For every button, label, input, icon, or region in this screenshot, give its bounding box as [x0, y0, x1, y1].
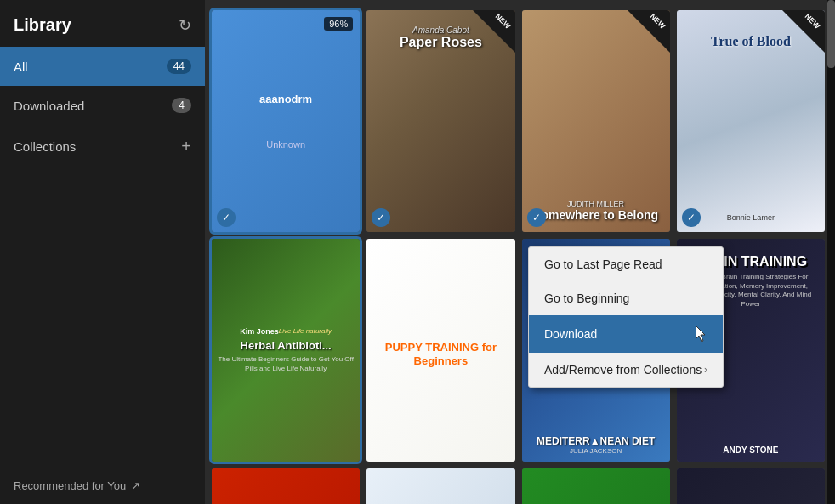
- book-6-title: PUPPY TRAINING for Beginners: [373, 341, 508, 367]
- sidebar-item-collections[interactable]: Collections +: [0, 125, 205, 168]
- book-card-1[interactable]: aaanodrm Unknown 96% ✓: [212, 10, 360, 232]
- book-7-title: MEDITERR▲NEAN DIET: [537, 435, 655, 447]
- book-grid: aaanodrm Unknown 96% ✓ Amanda Cabot Pape…: [208, 7, 828, 504]
- book-7-author: JULIA JACKSON: [570, 447, 622, 455]
- sidebar-header: Library ↻: [0, 0, 205, 47]
- book-1-check: ✓: [217, 208, 236, 227]
- context-menu-download-label: Download: [544, 327, 597, 341]
- context-menu-add-remove-arrow: ›: [704, 364, 707, 376]
- context-menu-add-remove[interactable]: Add/Remove from Collections ›: [529, 353, 723, 387]
- book-3-author: JUDITH MILLER: [567, 200, 624, 208]
- book-5-title: Herbal Antibioti...: [241, 339, 332, 353]
- sidebar-downloaded-label: Downloaded: [14, 99, 84, 113]
- book-1-title: aaanodrm: [259, 93, 312, 105]
- sidebar-title: Library: [14, 15, 71, 35]
- context-menu-last-page-label: Go to Last Page Read: [544, 258, 662, 271]
- recommended-link-icon: ↗: [131, 479, 140, 492]
- context-menu: Go to Last Page Read Go to Beginning Dow…: [528, 246, 724, 388]
- book-4-author: Bonnie Lamer: [727, 213, 775, 222]
- book-card-5[interactable]: Kim Jones Live Life naturally Herbal Ant…: [212, 239, 360, 461]
- sidebar-item-all-label: All: [14, 59, 28, 74]
- book-3-check: ✓: [527, 208, 546, 227]
- sidebar-footer[interactable]: Recommended for You ↗: [0, 467, 205, 504]
- cursor-icon: [696, 326, 707, 343]
- add-collection-icon[interactable]: +: [181, 137, 191, 156]
- book-1-subtitle: Unknown: [266, 139, 305, 150]
- book-8-author: ANDY STONE: [723, 445, 778, 455]
- book-4-title: True of Blood: [711, 34, 791, 49]
- book-card-6[interactable]: PUPPY TRAINING for Beginners: [366, 239, 514, 461]
- book-card-12[interactable]: PHOTOGRAPHY LIGHTING Know-How Tips on ho…: [677, 468, 825, 504]
- context-menu-download[interactable]: Download: [529, 315, 723, 353]
- sidebar-item-all-count: 44: [167, 59, 191, 74]
- refresh-icon[interactable]: ↻: [179, 16, 191, 35]
- book-1-progress: 96%: [324, 17, 353, 31]
- book-2-title: Paper Roses: [400, 35, 482, 50]
- book-card-11[interactable]: ★ SURVIVAL Pantry Essential Guide: [522, 468, 670, 504]
- book-card-4[interactable]: True of Blood Bonnie Lamer NEW ✓: [677, 10, 825, 232]
- scrollbar-track[interactable]: [827, 0, 835, 504]
- book-5-author: Kim Jones: [240, 327, 279, 336]
- context-menu-beginning-label: Go to Beginning: [544, 292, 629, 305]
- sidebar-item-all[interactable]: All 44: [0, 47, 205, 86]
- book-card-2[interactable]: Amanda Cabot Paper Roses NEW ✓: [366, 10, 514, 232]
- book-2-author: Amanda Cabot: [412, 25, 469, 35]
- scrollbar-thumb[interactable]: [827, 0, 835, 68]
- book-5-desc: The Ultimate Beginners Guide to Get You …: [217, 355, 355, 373]
- svg-marker-0: [696, 326, 705, 342]
- context-menu-add-remove-label: Add/Remove from Collections: [544, 363, 702, 377]
- book-3-title: Somewhere to Belong: [533, 208, 658, 222]
- context-menu-beginning[interactable]: Go to Beginning: [529, 281, 723, 315]
- sidebar: Library ↻ All 44 Downloaded 4 Collection…: [0, 0, 205, 504]
- context-menu-last-page[interactable]: Go to Last Page Read: [529, 247, 723, 281]
- book-card-10[interactable]: SOPHIE MILLER Designed to Make Your Life…: [366, 468, 514, 504]
- book-card-3[interactable]: JUDITH MILLER Somewhere to Belong NEW ✓: [522, 10, 670, 232]
- sidebar-item-downloaded[interactable]: Downloaded 4: [0, 86, 205, 125]
- main-content: aaanodrm Unknown 96% ✓ Amanda Cabot Pape…: [205, 0, 835, 504]
- book-4-check: ✓: [682, 208, 701, 227]
- recommended-label: Recommended for You: [14, 479, 126, 492]
- sidebar-downloaded-count: 4: [172, 98, 191, 113]
- book-card-9[interactable]: Digital Photography: [212, 468, 360, 504]
- sidebar-collections-label: Collections: [14, 139, 76, 154]
